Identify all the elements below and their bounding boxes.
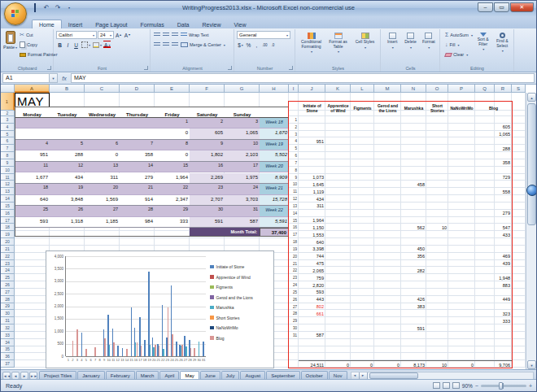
calendar-day-cell[interactable]: 19: [50, 184, 85, 195]
log-cell[interactable]: 1,645: [299, 181, 325, 188]
log-cell[interactable]: 458: [401, 181, 426, 188]
log-cell[interactable]: 2,065: [299, 267, 325, 274]
log-cell[interactable]: 587: [299, 332, 325, 339]
log-cell[interactable]: 593: [299, 289, 325, 296]
calendar-value-cell[interactable]: 288: [50, 150, 85, 162]
alignment-dialog-launcher[interactable]: [228, 66, 232, 70]
log-cell[interactable]: 434: [299, 195, 325, 203]
zoom-slider[interactable]: [481, 385, 526, 387]
align-top-button[interactable]: [153, 31, 161, 39]
log-cell[interactable]: 439: [475, 260, 512, 268]
row-header-4[interactable]: 4: [1, 124, 15, 131]
calendar-value-cell[interactable]: 358: [120, 150, 155, 162]
scroll-up-arrow-icon[interactable]: ▲: [527, 93, 536, 102]
office-button[interactable]: [4, 2, 27, 25]
sheet-tab-march[interactable]: March: [136, 371, 159, 379]
calendar-value-cell[interactable]: 640: [15, 195, 50, 207]
column-header-Q[interactable]: Q: [475, 85, 495, 93]
title-bar[interactable]: ↶ ↷ ▾ WritingProgress2013.xlsx - Microso…: [1, 1, 536, 16]
cut-button[interactable]: ✂Cut: [19, 31, 58, 39]
column-header-S[interactable]: S: [512, 85, 526, 93]
column-header-P[interactable]: P: [448, 85, 475, 93]
calendar-value-cell[interactable]: 1,569: [85, 195, 120, 207]
increase-decimal-button[interactable]: .00: [261, 41, 268, 49]
scroll-left-arrow-icon[interactable]: ◄: [351, 372, 360, 379]
name-box[interactable]: A1: [2, 73, 50, 83]
log-cell[interactable]: 1,948: [475, 274, 512, 281]
calendar-value-cell[interactable]: 587: [225, 217, 260, 229]
ribbon-tab-formulas[interactable]: Formulas: [134, 20, 171, 28]
log-cell[interactable]: 591: [401, 324, 426, 332]
row-header-34[interactable]: 34: [1, 339, 15, 346]
row-header-35[interactable]: 35: [1, 346, 15, 354]
sheet-tab-january[interactable]: January: [77, 371, 104, 379]
scroll-down-arrow-icon[interactable]: ▼: [527, 360, 536, 369]
calendar-day-cell[interactable]: 24: [225, 184, 260, 195]
accounting-format-button[interactable]: $▾: [237, 41, 244, 49]
column-header-N[interactable]: N: [401, 85, 426, 93]
comma-style-button[interactable]: ,: [253, 41, 260, 49]
column-header-R[interactable]: R: [495, 85, 512, 93]
calendar-day-cell[interactable]: 6: [85, 140, 120, 151]
zoom-in-button[interactable]: +: [529, 383, 532, 389]
page-break-view-button[interactable]: [452, 382, 460, 389]
calendar-value-cell[interactable]: 591: [190, 217, 225, 229]
log-cell[interactable]: 729: [475, 174, 512, 181]
vertical-scrollbar[interactable]: ▲ ▼: [526, 93, 536, 369]
row-header-25[interactable]: 25: [1, 274, 15, 281]
align-center-button[interactable]: [162, 41, 170, 49]
column-header-K[interactable]: K: [325, 85, 351, 93]
maximize-button[interactable]: ▭: [494, 2, 509, 12]
calendar-day-cell[interactable]: 20: [85, 184, 120, 195]
calendar-value-cell[interactable]: 593: [15, 217, 50, 229]
log-cell[interactable]: 449: [475, 296, 512, 303]
zoom-level[interactable]: 90%: [462, 383, 473, 389]
calendar-day-cell[interactable]: [85, 118, 120, 129]
wrap-text-button[interactable]: Wrap Text: [180, 31, 210, 39]
calendar-day-cell[interactable]: 30: [190, 206, 225, 217]
underline-button[interactable]: U: [72, 41, 80, 49]
ribbon-tab-view[interactable]: View: [227, 20, 252, 28]
find-select-button[interactable]: Find & Select▾: [492, 31, 512, 59]
log-cell[interactable]: 433: [475, 231, 512, 238]
calendar-value-cell[interactable]: 1,318: [50, 217, 85, 229]
calendar-value-cell[interactable]: 2,103: [225, 150, 260, 162]
log-cell[interactable]: 475: [299, 260, 325, 268]
align-left-button[interactable]: [153, 41, 161, 49]
calendar-value-cell[interactable]: 1,802: [190, 150, 225, 162]
row-header-22[interactable]: 22: [1, 253, 15, 260]
calendar-value-cell[interactable]: 2,707: [190, 195, 225, 207]
row-header-32[interactable]: 32: [1, 324, 15, 332]
log-cell[interactable]: 2,820: [299, 281, 325, 289]
log-cell[interactable]: 1,150: [299, 224, 325, 231]
log-cell[interactable]: 640: [299, 238, 325, 246]
row-header-9[interactable]: 9: [1, 159, 15, 167]
column-header-D[interactable]: D: [120, 85, 155, 93]
column-header-E[interactable]: E: [155, 85, 190, 93]
grow-font-button[interactable]: A▲: [115, 31, 123, 39]
row-header-29[interactable]: 29: [1, 303, 15, 311]
log-cell[interactable]: 450: [401, 246, 426, 253]
log-cell[interactable]: 1,065: [475, 131, 512, 138]
log-cell[interactable]: 426: [401, 296, 426, 303]
log-cell[interactable]: 323: [475, 310, 512, 317]
row-header-26[interactable]: 26: [1, 281, 15, 289]
row-header-7[interactable]: 7: [1, 145, 15, 152]
column-header-F[interactable]: F: [190, 85, 225, 93]
calendar-value-cell[interactable]: 1,975: [225, 173, 260, 185]
column-header-O[interactable]: O: [426, 85, 448, 93]
column-header-B[interactable]: B: [50, 85, 85, 93]
bold-button[interactable]: B: [56, 41, 63, 49]
sort-filter-button[interactable]: Sort & Filter▾: [474, 31, 493, 59]
calendar-day-cell[interactable]: 16: [190, 162, 225, 173]
calendar-day-cell[interactable]: 22: [155, 184, 190, 195]
calendar-day-cell[interactable]: 31: [225, 206, 260, 217]
qat-customize-button[interactable]: ▾: [64, 3, 74, 13]
calendar-day-cell[interactable]: 29: [155, 206, 190, 217]
ribbon-tab-insert[interactable]: Insert: [62, 20, 90, 28]
column-header-L[interactable]: L: [351, 85, 374, 93]
row-header-2[interactable]: 2: [1, 111, 15, 116]
horizontal-scroll-thumb[interactable]: [369, 372, 418, 379]
calendar-value-cell[interactable]: 1,677: [15, 173, 50, 185]
calendar-day-cell[interactable]: 5: [50, 140, 85, 151]
